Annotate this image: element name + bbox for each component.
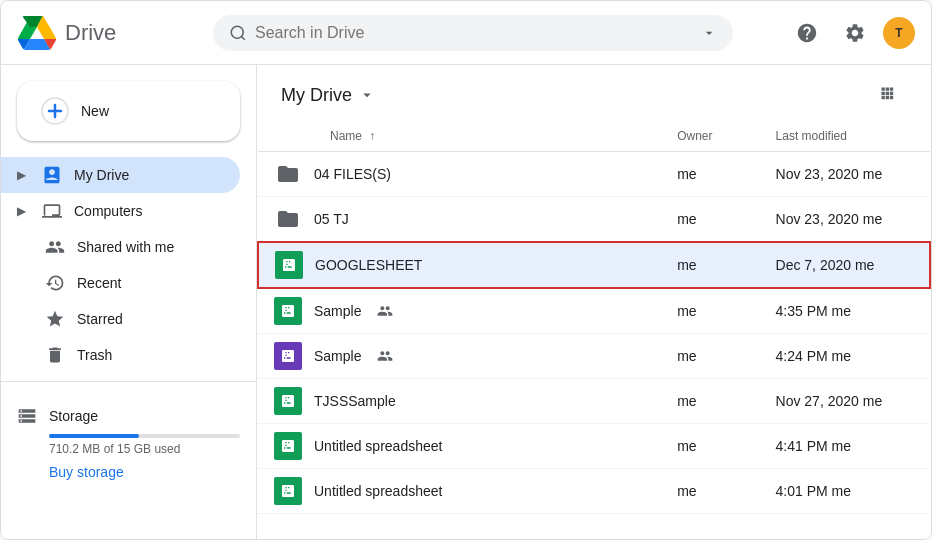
sidebar-item-label-computers: Computers bbox=[74, 203, 142, 219]
owner-cell: me bbox=[661, 242, 759, 288]
owner-cell: me bbox=[661, 197, 759, 243]
sidebar-item-starred[interactable]: Starred bbox=[1, 301, 240, 337]
file-name-cell: 04 FILES(S) bbox=[274, 160, 645, 188]
file-name-cell: Untitled spreadsheet bbox=[274, 477, 645, 505]
drive-logo-icon bbox=[17, 16, 57, 50]
sheets-purple-icon bbox=[274, 342, 302, 370]
table-row[interactable]: Sample me 4:35 PM me bbox=[258, 288, 930, 334]
file-name-cell: Sample bbox=[274, 342, 645, 370]
file-name: 05 TJ bbox=[314, 211, 349, 227]
chevron-icon: ▶ bbox=[17, 168, 26, 182]
storage-text-label: Storage bbox=[49, 408, 98, 424]
file-name: 04 FILES(S) bbox=[314, 166, 391, 182]
storage-used-text: 710.2 MB of 15 GB used bbox=[49, 442, 240, 456]
col-header-name[interactable]: Name ↑ bbox=[258, 121, 661, 152]
shared-users-icon bbox=[377, 348, 393, 364]
col-header-owner[interactable]: Owner bbox=[661, 121, 759, 152]
sheets-icon bbox=[275, 251, 303, 279]
owner-cell: me bbox=[661, 152, 759, 197]
app-container: Drive T bbox=[0, 0, 932, 540]
trash-icon bbox=[45, 345, 65, 365]
table-row[interactable]: 05 TJ me Nov 23, 2020 me bbox=[258, 197, 930, 243]
drive-title: My Drive bbox=[281, 85, 376, 106]
folder-icon bbox=[274, 160, 302, 188]
sidebar-item-label-shared: Shared with me bbox=[77, 239, 174, 255]
table-row[interactable]: Untitled spreadsheet me 4:41 PM me bbox=[258, 424, 930, 469]
starred-icon bbox=[45, 309, 65, 329]
modified-cell: 4:24 PM me bbox=[760, 334, 930, 379]
content-header: My Drive bbox=[257, 65, 931, 113]
sidebar-item-computers[interactable]: ▶ Computers bbox=[1, 193, 240, 229]
col-header-modified[interactable]: Last modified bbox=[760, 121, 930, 152]
sidebar-item-my-drive[interactable]: ▶ My Drive bbox=[1, 157, 240, 193]
file-name-cell: TJSSSample bbox=[274, 387, 645, 415]
modified-cell: 4:41 PM me bbox=[760, 424, 930, 469]
file-name-cell: Sample bbox=[274, 297, 645, 325]
shared-icon bbox=[45, 237, 65, 257]
buy-storage-link[interactable]: Buy storage bbox=[49, 464, 240, 480]
storage-section: Storage 710.2 MB of 15 GB used Buy stora… bbox=[1, 390, 256, 488]
computers-icon bbox=[42, 201, 62, 221]
file-name: Sample bbox=[314, 303, 361, 319]
owner-cell: me bbox=[661, 469, 759, 514]
owner-cell: me bbox=[661, 379, 759, 424]
file-name-cell: 05 TJ bbox=[274, 205, 645, 233]
table-row[interactable]: Untitled spreadsheet me 4:01 PM me bbox=[258, 469, 930, 514]
modified-cell: 4:01 PM me bbox=[760, 469, 930, 514]
file-name: Sample bbox=[314, 348, 361, 364]
owner-cell: me bbox=[661, 424, 759, 469]
new-button[interactable]: New bbox=[17, 81, 240, 141]
title-dropdown-icon[interactable] bbox=[358, 86, 376, 104]
search-bar[interactable] bbox=[213, 15, 733, 51]
sidebar-item-shared[interactable]: Shared with me bbox=[1, 229, 240, 265]
table-row[interactable]: TJSSSample me Nov 27, 2020 me bbox=[258, 379, 930, 424]
file-name: GOOGLESHEET bbox=[315, 257, 422, 273]
sheets-icon bbox=[274, 477, 302, 505]
table-row[interactable]: 04 FILES(S) me Nov 23, 2020 me bbox=[258, 152, 930, 197]
my-drive-icon bbox=[42, 165, 62, 185]
svg-line-1 bbox=[241, 36, 244, 39]
sidebar-item-label-starred: Starred bbox=[77, 311, 123, 327]
avatar[interactable]: T bbox=[883, 17, 915, 49]
sidebar-item-recent[interactable]: Recent bbox=[1, 265, 240, 301]
storage-bar-container bbox=[49, 434, 240, 438]
modified-cell: Nov 23, 2020 me bbox=[760, 152, 930, 197]
search-dropdown-icon[interactable] bbox=[701, 24, 717, 42]
storage-icon bbox=[17, 406, 37, 426]
sidebar-item-label-my-drive: My Drive bbox=[74, 167, 129, 183]
modified-cell: Nov 23, 2020 me bbox=[760, 197, 930, 243]
owner-cell: me bbox=[661, 334, 759, 379]
sheets-icon bbox=[274, 387, 302, 415]
sheets-icon bbox=[274, 297, 302, 325]
sheets-icon bbox=[274, 432, 302, 460]
help-button[interactable] bbox=[787, 13, 827, 53]
header-actions: T bbox=[787, 13, 915, 53]
sort-arrow-icon: ↑ bbox=[369, 129, 375, 143]
shared-users-icon bbox=[377, 303, 393, 319]
new-plus-icon bbox=[41, 97, 69, 125]
file-name: Untitled spreadsheet bbox=[314, 483, 442, 499]
search-input[interactable] bbox=[255, 24, 693, 42]
settings-button[interactable] bbox=[835, 13, 875, 53]
header: Drive T bbox=[1, 1, 931, 65]
modified-cell: 4:35 PM me bbox=[760, 288, 930, 334]
recent-icon bbox=[45, 273, 65, 293]
table-row[interactable]: Sample me 4:24 PM me bbox=[258, 334, 930, 379]
logo-text: Drive bbox=[65, 20, 116, 46]
search-icon bbox=[229, 23, 247, 43]
modified-cell: Dec 7, 2020 me bbox=[760, 242, 930, 288]
storage-label: Storage bbox=[17, 406, 240, 426]
file-name-cell: GOOGLESHEET bbox=[275, 251, 645, 279]
table-row[interactable]: GOOGLESHEET me Dec 7, 2020 me bbox=[258, 242, 930, 288]
owner-cell: me bbox=[661, 288, 759, 334]
sidebar-item-trash[interactable]: Trash bbox=[1, 337, 240, 373]
main-layout: New ▶ My Drive ▶ Computers bbox=[1, 65, 931, 539]
modified-cell: Nov 27, 2020 me bbox=[760, 379, 930, 424]
sidebar-item-label-recent: Recent bbox=[77, 275, 121, 291]
table-header-row: Name ↑ Owner Last modified bbox=[258, 121, 930, 152]
new-button-label: New bbox=[81, 103, 109, 119]
main-content: My Drive Name ↑ Owner Last modified bbox=[257, 65, 931, 539]
grid-toggle-button[interactable] bbox=[871, 77, 907, 113]
file-name-cell: Untitled spreadsheet bbox=[274, 432, 645, 460]
sidebar-item-label-trash: Trash bbox=[77, 347, 112, 363]
